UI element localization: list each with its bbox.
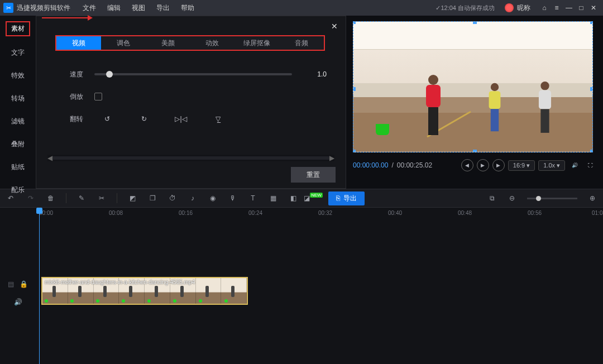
reset-button[interactable]: 重置: [291, 167, 336, 183]
tab-color[interactable]: 调色: [101, 36, 146, 50]
time-total: 00:00:25.02: [397, 161, 432, 169]
speed-label: 速度: [55, 70, 83, 79]
crop-icon[interactable]: ◩: [127, 194, 137, 202]
main-area: 素材 文字 特效 转场 滤镜 叠附 贴纸 配乐 ✕ 视频 调色 美颜 动效 绿屏…: [0, 16, 603, 189]
menu-export[interactable]: 导出: [151, 0, 175, 16]
record-icon[interactable]: ◉: [208, 194, 218, 202]
flip-horizontal-icon[interactable]: ▷|◁: [168, 112, 194, 126]
redo-icon[interactable]: ↷: [26, 194, 36, 202]
rail-text[interactable]: 文字: [7, 46, 29, 59]
zoom-slider[interactable]: [527, 198, 577, 199]
video-clip[interactable]: mixkit-mother-and-daughters-in-a-kitchen…: [41, 277, 248, 305]
adjust-icon[interactable]: ♪: [188, 194, 198, 202]
mic-icon[interactable]: 🎙: [228, 194, 238, 202]
menu-icon[interactable]: ≡: [551, 4, 563, 12]
tick: 00:32: [318, 210, 332, 216]
rail-sticker[interactable]: 贴纸: [7, 161, 29, 174]
rail-filter[interactable]: 滤镜: [7, 115, 29, 128]
tick: 00:16: [179, 210, 193, 216]
cut-icon[interactable]: ✂: [97, 194, 107, 202]
tab-audio[interactable]: 音频: [279, 36, 324, 50]
tick: 00:56: [528, 210, 542, 216]
tab-greenscreen[interactable]: 绿屏抠像: [234, 36, 279, 50]
rail-overlay[interactable]: 叠附: [7, 138, 29, 151]
left-rail: 素材 文字 特效 转场 滤镜 叠附 贴纸 配乐: [0, 16, 36, 189]
tick: 01:04: [592, 210, 603, 216]
delete-icon[interactable]: 🗑: [46, 194, 56, 202]
rotate-cw-icon[interactable]: ↻: [131, 112, 157, 126]
property-tabs: 视频 调色 美颜 动效 绿屏抠像 音频: [55, 35, 325, 51]
title-bar: ✂ 迅捷视频剪辑软件 文件 编辑 视图 导出 帮助 ✓12:04 自动保存成功 …: [0, 0, 603, 16]
preview-canvas[interactable]: [353, 21, 593, 152]
reverse-label: 倒放: [55, 92, 83, 102]
speed-row: 速度 1.0: [55, 63, 327, 85]
reverse-checkbox[interactable]: [94, 93, 102, 100]
tab-video[interactable]: 视频: [56, 36, 101, 50]
home-icon[interactable]: ⌂: [538, 4, 551, 12]
time-ruler[interactable]: 00:00 00:08 00:16 00:24 00:32 00:40 00:4…: [39, 208, 597, 221]
preview-pane: 00:00:00.00 / 00:00:25.02 ◀ ▶ ▶ 16:9▾ 1.…: [346, 16, 603, 189]
clip-filename: mixkit-mother-and-daughters-in-a-kitchen…: [45, 279, 195, 285]
annotation-arrow: [42, 17, 91, 31]
playback-rate-select[interactable]: 1.0x▾: [538, 160, 565, 171]
menu-edit[interactable]: 编辑: [102, 0, 126, 16]
panel-scrollbar[interactable]: ◀▶: [47, 155, 334, 161]
tool-icon[interactable]: ◧: [288, 194, 298, 202]
property-body: 速度 1.0 倒放 翻转 ↺ ↻ ▷|◁ ▽̲: [55, 63, 327, 130]
snapshot-icon[interactable]: ⧉: [487, 194, 497, 202]
flip-row: 翻转 ↺ ↻ ▷|◁ ▽̲: [55, 108, 327, 130]
bucket-graphic: [376, 124, 389, 135]
close-button[interactable]: ✕: [587, 4, 600, 12]
close-icon[interactable]: ✕: [331, 22, 338, 31]
nickname[interactable]: 昵称: [517, 3, 530, 13]
tick: 00:24: [248, 210, 262, 216]
minimize-button[interactable]: —: [563, 4, 575, 12]
film-icon: ▤: [8, 280, 14, 288]
aspect-ratio-select[interactable]: 16:9▾: [508, 160, 535, 171]
rail-transition[interactable]: 转场: [7, 92, 29, 105]
tab-motion[interactable]: 动效: [190, 36, 234, 50]
menu-help[interactable]: 帮助: [175, 0, 200, 16]
rotate-ccw-icon[interactable]: ↺: [94, 112, 120, 126]
time-current: 00:00:00.00: [353, 161, 388, 169]
fullscreen-icon[interactable]: ⛶: [584, 159, 596, 171]
time-sep: /: [391, 161, 393, 169]
rail-effects[interactable]: 特效: [7, 69, 29, 82]
speed-icon[interactable]: ⏱: [168, 194, 178, 202]
tick: 00:08: [109, 210, 123, 216]
playhead[interactable]: [39, 208, 40, 364]
zoom-in-icon[interactable]: ⊕: [587, 194, 597, 202]
new-badge: NEW: [310, 193, 323, 198]
edit-icon[interactable]: ✎: [76, 194, 87, 202]
timeline-toolbar: ↶ ↷ 🗑 ✎ ✂ ◩ ❐ ⏱ ♪ ◉ 🎙 T ▦ ◧ ◪NEW ⎘ 导出 ⧉ …: [0, 189, 603, 208]
reverse-row: 倒放: [55, 85, 327, 108]
volume-icon[interactable]: 🔊: [568, 159, 581, 171]
feature-icon[interactable]: ◪NEW: [308, 194, 318, 202]
mosaic-icon[interactable]: ▦: [268, 194, 278, 202]
prev-frame-button[interactable]: ◀: [461, 159, 473, 171]
menu-view[interactable]: 视图: [126, 0, 151, 16]
audio-track-head: 🔊: [0, 298, 36, 306]
tab-beauty[interactable]: 美颜: [146, 36, 190, 50]
speed-slider[interactable]: [94, 73, 292, 75]
flip-vertical-icon[interactable]: ▽̲: [205, 112, 231, 126]
speed-value: 1.0: [303, 70, 327, 78]
text-icon[interactable]: T: [248, 194, 258, 202]
next-frame-button[interactable]: ▶: [492, 159, 505, 171]
menu-file[interactable]: 文件: [77, 0, 102, 16]
lock-icon[interactable]: 🔒: [20, 280, 28, 288]
preview-controls: 00:00:00.00 / 00:00:25.02 ◀ ▶ ▶ 16:9▾ 1.…: [353, 159, 596, 171]
undo-icon[interactable]: ↶: [6, 194, 16, 202]
zoom-out-icon[interactable]: ⊖: [507, 194, 517, 202]
speaker-icon[interactable]: 🔊: [14, 298, 22, 306]
copy-icon[interactable]: ❐: [147, 194, 157, 202]
avatar[interactable]: [505, 3, 514, 12]
maximize-button[interactable]: □: [575, 4, 587, 12]
flip-label: 翻转: [55, 114, 83, 124]
autosave-status: ✓12:04 自动保存成功: [436, 4, 495, 12]
app-icon: ✂: [3, 3, 13, 13]
play-button[interactable]: ▶: [477, 159, 489, 171]
property-panel: ✕ 视频 调色 美颜 动效 绿屏抠像 音频 速度 1.0 倒放 翻转 ↺ ↻ ▷: [36, 16, 346, 189]
export-button[interactable]: ⎘ 导出: [328, 191, 365, 205]
rail-material[interactable]: 素材: [6, 21, 30, 36]
